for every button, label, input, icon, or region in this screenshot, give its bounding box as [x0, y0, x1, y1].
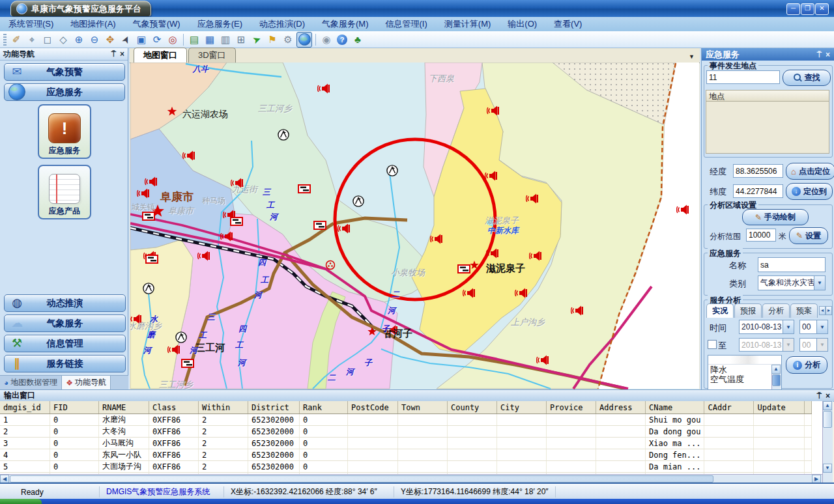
select-feature-icon[interactable]: ➤	[250, 33, 264, 47]
map-image[interactable]	[130, 63, 699, 389]
settings-icon[interactable]: ⚙	[281, 33, 295, 47]
service-type-select[interactable]: 气象和洪水灾害 ▼	[758, 275, 826, 290]
latitude-input[interactable]	[733, 184, 783, 198]
column-header[interactable]: County	[448, 401, 497, 414]
restore-button[interactable]: ❐	[801, 3, 814, 15]
column-header[interactable]: City	[497, 401, 547, 414]
identify-icon[interactable]: ◎	[165, 33, 180, 47]
analyze-button[interactable]: i 分析	[786, 356, 827, 374]
analysis-tab-分析[interactable]: 分析	[762, 303, 790, 318]
menu-item[interactable]: 气象预警(W)	[124, 17, 189, 31]
column-header[interactable]: Address	[596, 401, 646, 414]
sidebar-item-服务链接[interactable]: ∥服务链接	[4, 355, 126, 372]
placemark-icon[interactable]: ⚑	[265, 33, 280, 47]
tab-scroll-right-icon[interactable]: ▸	[826, 306, 832, 315]
close-icon[interactable]: ×	[826, 50, 830, 59]
service-name-input[interactable]	[758, 257, 826, 272]
table-row[interactable]: 40东风一小队0XFF8626523020000Dong fen...	[0, 449, 812, 461]
globe-icon[interactable]	[296, 32, 312, 48]
output-vscrollbar[interactable]: ▲ ▼	[822, 401, 833, 483]
column-header[interactable]: RNAME	[99, 401, 149, 414]
table-row[interactable]: 20大冬沟0XFF8626523020000Da dong gou	[0, 426, 812, 438]
date-select[interactable]: 2010-08-13▼	[739, 320, 794, 334]
close-icon[interactable]: ×	[120, 49, 124, 59]
measure-icon[interactable]: ✐	[9, 33, 23, 47]
toolbar-grip[interactable]	[3, 34, 7, 46]
menu-item[interactable]: 测量计算(M)	[436, 17, 500, 31]
column-header[interactable]: CAddr	[704, 401, 754, 414]
map-canvas[interactable]: 八斗六运湖农场三工河乡下西泉九运街城关镇阜康市种马场阜康市滋泥泉子中新水库小泉牧…	[130, 63, 699, 389]
locate-click-button[interactable]: ⌂ 点击定位	[786, 163, 834, 180]
hour-to-select[interactable]: 00▼	[799, 338, 828, 352]
analysis-tab-实况[interactable]: 实况	[706, 303, 734, 318]
sidebar-item-气象服务[interactable]: ☁气象服务	[4, 315, 126, 332]
menu-item[interactable]: 查看(V)	[545, 17, 590, 31]
close-button[interactable]: ✕	[815, 3, 829, 15]
layers-icon[interactable]: ▤	[187, 33, 201, 47]
select-point-icon[interactable]: ⌖	[25, 33, 39, 47]
export-image-icon[interactable]: ▦	[203, 33, 217, 47]
column-header[interactable]: Class	[149, 401, 199, 414]
big-button-应急服务[interactable]: !应急服务	[38, 104, 91, 159]
sidebar-item-动态推演[interactable]: ◍动态推演	[4, 294, 126, 312]
analysis-range-input[interactable]	[746, 229, 776, 242]
table-row[interactable]: 30小马厩沟0XFF8626523020000Xiao ma ...	[0, 438, 812, 449]
chevron-down-icon[interactable]: ▼	[689, 53, 695, 60]
help-icon[interactable]: ?	[335, 33, 349, 47]
menu-item[interactable]: 动态推演(D)	[251, 17, 313, 31]
date-to-select[interactable]: 2010-08-13▼	[739, 338, 794, 352]
list-item[interactable]: 空气温度	[708, 374, 781, 384]
eye-icon[interactable]: ◉	[319, 33, 334, 47]
column-header[interactable]: dmgis_id	[0, 401, 50, 414]
element-listbox[interactable]: 降水空气温度 ▲	[708, 355, 782, 391]
menu-item[interactable]: 气象服务(M)	[313, 17, 377, 31]
sidebar-item-应急服务[interactable]: 应急服务	[4, 83, 125, 101]
range-set-button[interactable]: ✎ 设置	[789, 227, 828, 244]
pin-icon[interactable]: ⍑	[817, 391, 822, 400]
column-header[interactable]: District	[248, 401, 300, 414]
pointer-icon[interactable]: ➤	[119, 33, 133, 47]
hour-select[interactable]: 00▼	[799, 320, 828, 334]
select-rect-icon[interactable]: ◻	[40, 33, 55, 47]
sidebar-item-气象预警[interactable]: ✉气象预警	[4, 63, 125, 81]
menu-item[interactable]: 地图操作(A)	[62, 17, 124, 31]
column-header[interactable]: Within	[199, 401, 248, 414]
sidebar-item-信息管理[interactable]: ⚒信息管理	[4, 335, 126, 352]
manual-draw-button[interactable]: ✎ 手动绘制	[742, 209, 809, 225]
close-icon[interactable]: ×	[826, 391, 830, 400]
table-row[interactable]: 10水磨沟0XFF8626523020000Shui mo gou	[0, 414, 812, 426]
pin-icon[interactable]: ⍑	[111, 49, 116, 59]
table-row[interactable]: 50大面场子沟0XFF8626523020000Da mian ...	[0, 461, 812, 473]
select-polygon-icon[interactable]: ◇	[56, 33, 70, 47]
list-item[interactable]: 降水	[708, 365, 781, 374]
column-header[interactable]: Provice	[547, 401, 596, 414]
tab-scroll-left-icon[interactable]: ◂	[819, 306, 826, 315]
refresh-icon[interactable]: ⟳	[150, 33, 164, 47]
print-icon[interactable]: ▥	[218, 33, 233, 47]
column-header[interactable]	[805, 401, 812, 414]
full-extent-icon[interactable]: ▣	[134, 33, 149, 47]
place-list-header[interactable]: 地点	[706, 90, 829, 102]
print-setup-icon[interactable]: ⊞	[234, 33, 248, 47]
zoom-out-icon[interactable]: ⊖	[87, 33, 102, 47]
menu-item[interactable]: 系统管理(S)	[0, 17, 62, 31]
column-header[interactable]: Town	[398, 401, 448, 414]
locate-to-button[interactable]: ↓ 定位到	[786, 183, 833, 200]
pan-icon[interactable]: ✥	[103, 33, 117, 47]
menu-item[interactable]: 信息管理(I)	[377, 17, 436, 31]
column-header[interactable]: Update	[754, 401, 805, 414]
column-header[interactable]: CName	[646, 401, 704, 414]
big-button-应急产品[interactable]: 应急产品	[38, 165, 91, 219]
menu-item[interactable]: 输出(O)	[499, 17, 545, 31]
start-button[interactable]	[0, 499, 42, 504]
tree-view-icon[interactable]: ♣	[351, 33, 365, 47]
listbox-filter[interactable]	[708, 356, 781, 365]
column-header[interactable]: PostCode	[348, 401, 398, 414]
column-header[interactable]: Rank	[300, 401, 348, 414]
pin-icon[interactable]: ⍑	[817, 50, 822, 59]
to-checkbox[interactable]	[708, 340, 717, 349]
analysis-tab-预案[interactable]: 预案	[790, 303, 818, 318]
listbox-scrollbar[interactable]: ▲	[771, 365, 781, 390]
column-header[interactable]: FID	[50, 401, 99, 414]
search-button[interactable]: 查找	[783, 70, 831, 86]
